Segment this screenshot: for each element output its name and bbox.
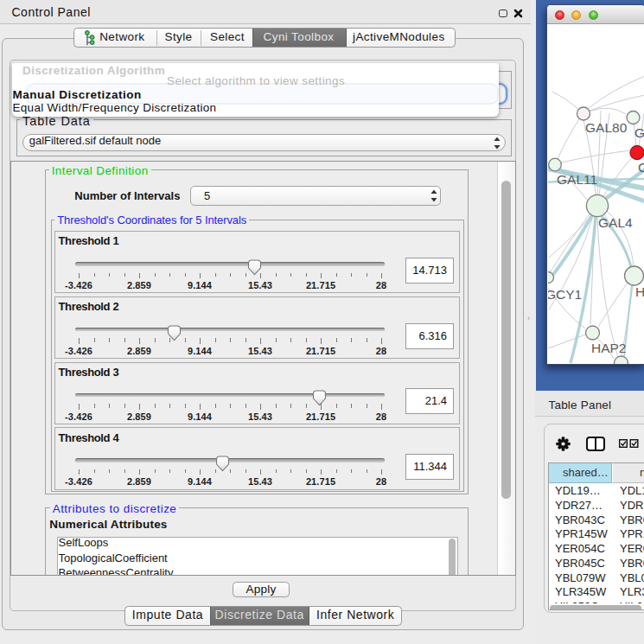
svg-text:GCY1: GCY1	[548, 287, 582, 302]
svg-text:GAL80: GAL80	[585, 119, 628, 134]
svg-text:C: C	[638, 160, 644, 175]
svg-text:GA: GA	[634, 125, 644, 140]
svg-text:GAL11: GAL11	[557, 171, 597, 186]
svg-text:HAP2: HAP2	[591, 341, 627, 355]
svg-text:H: H	[635, 284, 644, 299]
svg-text:GAL4: GAL4	[598, 215, 633, 230]
